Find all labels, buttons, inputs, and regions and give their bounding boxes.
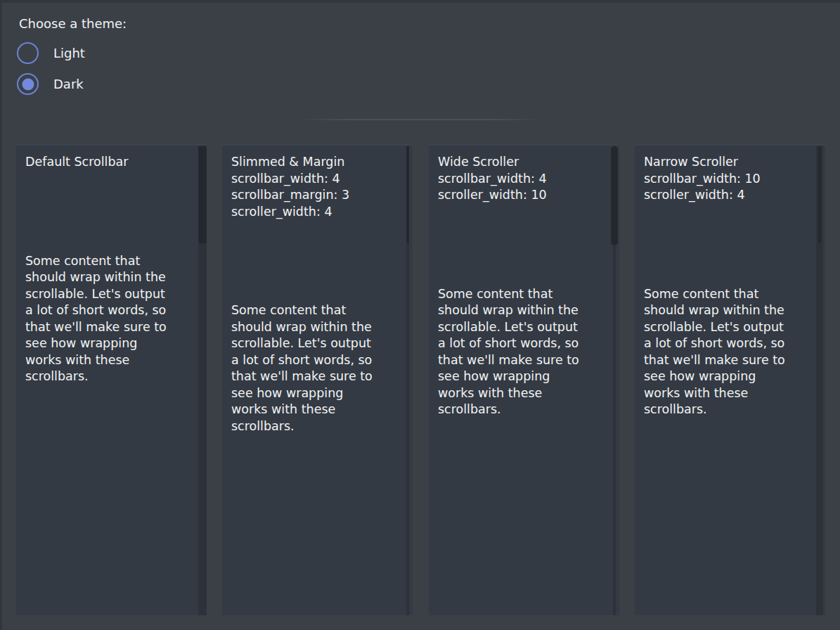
- panel-narrow-scroller[interactable]: Narrow Scroller scrollbar_width: 10 scro…: [635, 144, 825, 615]
- panel-content: Some content that should wrap within the…: [25, 253, 195, 385]
- radio-selected-icon[interactable]: [17, 73, 39, 95]
- panel-text: Wide Scroller scrollbar_width: 4 scrolle…: [438, 154, 608, 418]
- spacer: [438, 204, 608, 286]
- spacer: [231, 220, 401, 302]
- panel-text: Narrow Scroller scrollbar_width: 10 scro…: [644, 154, 814, 418]
- theme-chooser-label: Choose a theme:: [19, 16, 127, 32]
- panel-title: Narrow Scroller: [644, 154, 814, 171]
- horizontal-divider: [300, 119, 542, 120]
- theme-option-light-label: Light: [53, 46, 85, 60]
- panel-content: Some content that should wrap within the…: [231, 302, 401, 435]
- panel-params: scrollbar_width: 4 scrollbar_margin: 3 s…: [231, 171, 401, 221]
- panel-params: scrollbar_width: 10 scroller_width: 4: [644, 171, 814, 204]
- scrollbar-thumb[interactable]: [818, 146, 821, 243]
- scrollbar-thumb[interactable]: [611, 146, 618, 245]
- theme-option-dark-label: Dark: [53, 77, 84, 91]
- theme-option-dark[interactable]: Dark: [17, 73, 84, 95]
- panel-default-scrollbar[interactable]: Default Scrollbar Some content that shou…: [16, 144, 207, 615]
- spacer: [25, 171, 195, 253]
- panel-content: Some content that should wrap within the…: [438, 286, 608, 418]
- scrollbar-thumb[interactable]: [198, 146, 207, 243]
- panel-title: Wide Scroller: [438, 154, 608, 171]
- panel-slimmed-margin[interactable]: Slimmed & Margin scrollbar_width: 4 scro…: [222, 144, 413, 615]
- panel-title: Default Scrollbar: [25, 154, 195, 171]
- theme-option-light[interactable]: Light: [17, 42, 85, 64]
- panel-wide-scroller[interactable]: Wide Scroller scrollbar_width: 4 scrolle…: [429, 144, 619, 615]
- panel-text: Default Scrollbar Some content that shou…: [25, 154, 195, 385]
- scrollbar-thumb[interactable]: [406, 146, 409, 243]
- spacer: [644, 204, 814, 286]
- panel-title: Slimmed & Margin: [231, 154, 401, 171]
- panel-text: Slimmed & Margin scrollbar_width: 4 scro…: [231, 154, 401, 435]
- radio-unselected-icon[interactable]: [17, 42, 39, 64]
- panel-params: scrollbar_width: 4 scroller_width: 10: [438, 171, 608, 204]
- panel-content: Some content that should wrap within the…: [644, 286, 814, 418]
- app-window: { "theme_chooser": { "label": "Choose a …: [0, 0, 840, 630]
